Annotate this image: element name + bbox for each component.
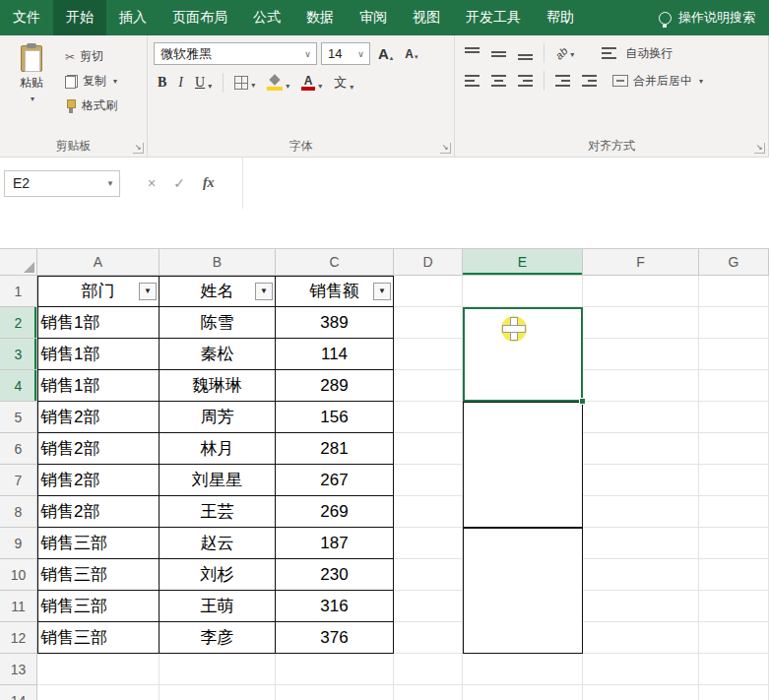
cell-A14[interactable] xyxy=(37,685,160,700)
cell-B3[interactable]: 秦松 xyxy=(160,339,276,370)
paste-button[interactable]: 粘贴 ▾ xyxy=(6,39,57,139)
ribbon-tab[interactable]: 公式 xyxy=(240,0,293,35)
row-header-6[interactable]: 6 xyxy=(0,433,37,465)
chevron-down-icon[interactable]: ∨ xyxy=(352,43,369,64)
cell-F3[interactable] xyxy=(583,339,699,370)
ribbon-tab[interactable]: 插入 xyxy=(106,0,160,35)
cell-G3[interactable] xyxy=(699,339,769,370)
align-top-icon[interactable] xyxy=(465,47,480,60)
cell-B1[interactable]: 姓名▼ xyxy=(160,276,276,307)
cell-A5[interactable]: 销售2部 xyxy=(37,402,160,433)
cell-B13[interactable] xyxy=(160,654,276,685)
row-header-9[interactable]: 9 xyxy=(0,528,37,559)
cell-B4[interactable]: 魏琳琳 xyxy=(160,370,276,402)
cell-D1[interactable] xyxy=(394,276,463,307)
cell-A4[interactable]: 销售1部 xyxy=(37,370,160,402)
filter-button[interactable]: ▼ xyxy=(139,283,157,300)
italic-button[interactable]: I xyxy=(174,73,187,93)
cell-B5[interactable]: 周芳 xyxy=(160,402,276,433)
align-right-icon[interactable] xyxy=(518,75,533,88)
cell-D5[interactable] xyxy=(394,402,463,433)
column-header-E[interactable]: E xyxy=(463,249,583,276)
cell-G10[interactable] xyxy=(699,559,769,591)
decrease-font-size-button[interactable]: A ▾ xyxy=(401,45,421,63)
cell-F4[interactable] xyxy=(583,370,699,402)
row-header-2[interactable]: 2 xyxy=(0,307,37,339)
chevron-down-icon[interactable]: ▾ xyxy=(101,178,119,188)
cell-C4[interactable]: 289 xyxy=(276,370,394,402)
enter-icon[interactable]: ✓ xyxy=(173,175,185,191)
dialog-launcher-icon[interactable]: ↘ xyxy=(133,143,144,154)
cell-C2[interactable]: 389 xyxy=(276,307,394,339)
cell-A3[interactable]: 销售1部 xyxy=(37,339,160,370)
cell-B14[interactable] xyxy=(160,685,276,700)
cell-F7[interactable] xyxy=(583,465,699,496)
row-header-14[interactable]: 14 xyxy=(0,685,37,700)
cell-G8[interactable] xyxy=(699,496,769,528)
cell-B10[interactable]: 刘杉 xyxy=(160,559,276,591)
cell-A10[interactable]: 销售三部 xyxy=(37,559,160,591)
ribbon-tab[interactable]: 开发工具 xyxy=(453,0,534,35)
cell-B9[interactable]: 赵云 xyxy=(160,528,276,559)
cell-E14[interactable] xyxy=(463,685,583,700)
cell-D3[interactable] xyxy=(394,339,463,370)
cell-C3[interactable]: 114 xyxy=(276,339,394,370)
ribbon-tab[interactable]: 视图 xyxy=(400,0,453,35)
cell-C6[interactable]: 281 xyxy=(276,433,394,465)
insert-function-icon[interactable]: fx xyxy=(203,175,215,191)
cell-A8[interactable]: 销售2部 xyxy=(37,496,160,528)
row-header-12[interactable]: 12 xyxy=(0,622,37,654)
fill-color-button[interactable]: ▾ xyxy=(263,74,293,93)
cell-C10[interactable]: 230 xyxy=(276,559,394,591)
underline-button[interactable]: U ▾ xyxy=(191,73,216,93)
cell-E1[interactable] xyxy=(463,276,583,307)
cell-C7[interactable]: 267 xyxy=(276,465,394,496)
cell-F10[interactable] xyxy=(583,559,699,591)
cell-A9[interactable]: 销售三部 xyxy=(37,528,160,559)
align-middle-icon[interactable] xyxy=(491,47,506,60)
decrease-indent-icon[interactable] xyxy=(555,75,570,88)
cell-A11[interactable]: 销售三部 xyxy=(37,591,160,622)
row-header-8[interactable]: 8 xyxy=(0,496,37,528)
cell-F5[interactable] xyxy=(583,402,699,433)
cell-F1[interactable] xyxy=(583,276,699,307)
fill-handle[interactable] xyxy=(579,398,586,405)
select-all-corner[interactable] xyxy=(0,249,37,276)
cell-C13[interactable] xyxy=(276,654,394,685)
font-size-combo[interactable]: 14 ∨ xyxy=(321,42,370,65)
row-header-1[interactable]: 1 xyxy=(0,276,37,307)
copy-button[interactable]: 复制 ▾ xyxy=(65,72,117,91)
cell-F8[interactable] xyxy=(583,496,699,528)
cell-A1[interactable]: 部门▼ xyxy=(37,276,160,307)
cell-D10[interactable] xyxy=(394,559,463,591)
cell-B7[interactable]: 刘星星 xyxy=(160,465,276,496)
cell-C14[interactable] xyxy=(276,685,394,700)
font-color-button[interactable]: A ▾ xyxy=(297,74,326,93)
cell-F13[interactable] xyxy=(583,654,699,685)
cell-G14[interactable] xyxy=(699,685,769,700)
cell-C11[interactable]: 316 xyxy=(276,591,394,622)
cell-F6[interactable] xyxy=(583,433,699,465)
ribbon-tab[interactable]: 审阅 xyxy=(347,0,400,35)
row-header-4[interactable]: 4 xyxy=(0,370,37,402)
cell-A12[interactable]: 销售三部 xyxy=(37,622,160,654)
align-bottom-icon[interactable] xyxy=(518,47,533,60)
align-left-icon[interactable] xyxy=(465,75,480,88)
increase-font-size-button[interactable]: A ▴ xyxy=(374,43,397,64)
cell-F9[interactable] xyxy=(583,528,699,559)
format-painter-button[interactable]: 格式刷 xyxy=(65,96,117,115)
cell-B8[interactable]: 王芸 xyxy=(160,496,276,528)
ribbon-tab[interactable]: 文件 xyxy=(0,0,53,35)
row-header-7[interactable]: 7 xyxy=(0,465,37,496)
formula-input[interactable] xyxy=(243,158,769,209)
column-header-D[interactable]: D xyxy=(394,249,463,276)
cell-D9[interactable] xyxy=(394,528,463,559)
ribbon-tab[interactable]: 开始 xyxy=(53,0,106,35)
cell-D2[interactable] xyxy=(394,307,463,339)
dialog-launcher-icon[interactable]: ↘ xyxy=(754,143,765,154)
cell-A13[interactable] xyxy=(37,654,160,685)
tell-me-search[interactable]: 操作说明搜索 xyxy=(659,0,769,35)
row-header-5[interactable]: 5 xyxy=(0,402,37,433)
cell-G6[interactable] xyxy=(699,433,769,465)
cell-D13[interactable] xyxy=(394,654,463,685)
